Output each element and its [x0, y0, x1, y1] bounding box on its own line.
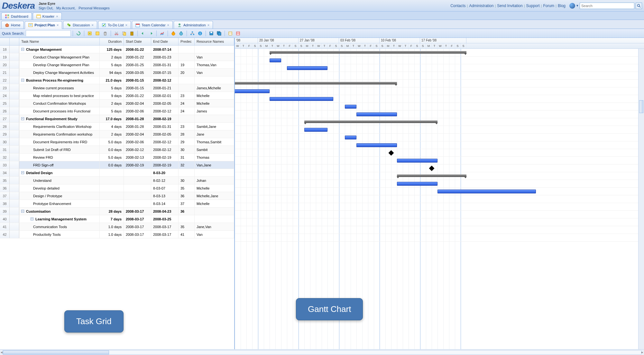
collapse-icon[interactable]: −: [21, 48, 24, 51]
home-icon: [5, 23, 9, 27]
grid-body: 18−Change Management125 days2008-01-2220…: [0, 46, 234, 349]
svg-rect-50: [229, 32, 232, 35]
horizontal-scrollbar[interactable]: ◂ ▸: [0, 349, 644, 355]
table-row[interactable]: 30Document Requirements into FRD5.0 days…: [0, 138, 234, 146]
hierarchy-button[interactable]: [189, 30, 196, 37]
table-row[interactable]: 18−Change Management125 days2008-01-2220…: [0, 46, 234, 53]
outdent-button[interactable]: [140, 30, 147, 37]
subtab-admin[interactable]: Administration ×: [174, 21, 213, 29]
administration-link[interactable]: Administration: [469, 4, 493, 8]
table-row[interactable]: 34−Detailed Design8-03-20: [0, 169, 234, 177]
table-row[interactable]: 19Conduct Change Management Plan2 days20…: [0, 53, 234, 61]
svg-rect-9: [29, 23, 32, 27]
col-duration[interactable]: Duration: [100, 38, 124, 45]
subtab-todo[interactable]: To-Do List ×: [98, 21, 131, 29]
myaccount-link[interactable]: My Account: [56, 6, 75, 10]
subtab-project-plan[interactable]: Project Plan ×: [25, 21, 62, 29]
callout-task-grid: Task Grid: [64, 310, 124, 333]
saveall-button[interactable]: [216, 30, 223, 37]
table-row[interactable]: 39−Customisation28 days2008-03-172008-04…: [0, 208, 234, 215]
table-row[interactable]: 29Requirements Confirmation workshop2 da…: [0, 130, 234, 138]
edit-button[interactable]: [94, 30, 101, 37]
tab-label: Dashboard: [11, 14, 28, 18]
collapse-icon[interactable]: −: [21, 210, 24, 213]
chart-button[interactable]: [159, 30, 166, 37]
table-row[interactable]: 31Submit 1st Draft of FRD0.0 days2008-02…: [0, 146, 234, 154]
subtab-calendar[interactable]: Team Calendar ×: [132, 21, 173, 29]
close-icon[interactable]: ×: [56, 14, 58, 18]
timer-stop-button[interactable]: [178, 30, 185, 37]
collapse-icon[interactable]: −: [21, 171, 24, 174]
subtab-label: Administration: [183, 23, 206, 27]
messages-link[interactable]: Personal Messages: [78, 6, 110, 10]
table-row[interactable]: 22−Business Process Re-engineering21.0 d…: [0, 76, 234, 84]
close-icon[interactable]: ×: [125, 23, 127, 27]
table-row[interactable]: 24Map related processes to best practice…: [0, 92, 234, 100]
col-indicator[interactable]: [10, 38, 19, 45]
table-row[interactable]: 38Prototype Enhancement8-03-1437Michelle: [0, 200, 234, 208]
globe-icon[interactable]: [569, 3, 575, 9]
tab-label: Krawler: [42, 14, 54, 18]
subtab-home[interactable]: Home: [1, 21, 24, 29]
table-row[interactable]: 41Communication Tools1.0 days2008-03-172…: [0, 223, 234, 231]
close-icon[interactable]: ×: [92, 23, 94, 27]
save-button[interactable]: [208, 30, 215, 37]
blog-link[interactable]: Blog: [558, 4, 566, 8]
indent-button[interactable]: [147, 30, 154, 37]
col-enddate[interactable]: End Date: [151, 38, 179, 45]
cut-button[interactable]: [113, 30, 120, 37]
collapse-icon[interactable]: −: [21, 117, 24, 120]
col-predecessor[interactable]: Predec: [179, 38, 195, 45]
table-row[interactable]: 40−Learning Management System7 days2008-…: [0, 215, 234, 223]
paste-button[interactable]: [128, 30, 135, 37]
col-taskname[interactable]: Task Name: [19, 38, 100, 45]
close-icon[interactable]: ×: [57, 23, 59, 27]
add-button[interactable]: +: [86, 30, 93, 37]
table-row[interactable]: 26Document processes into Functional5 da…: [0, 107, 234, 115]
top-nav: Contacts| Administration| Send Invitatio…: [450, 3, 642, 9]
close-icon[interactable]: ×: [167, 23, 169, 27]
collapse-icon[interactable]: −: [21, 79, 24, 82]
contacts-link[interactable]: Contacts: [450, 4, 465, 8]
forum-link[interactable]: Forum: [543, 4, 554, 8]
search-button[interactable]: [636, 3, 642, 9]
support-link[interactable]: Support: [526, 4, 540, 8]
collapse-icon[interactable]: −: [31, 217, 33, 220]
tab-dashboard[interactable]: Dashboard: [1, 13, 32, 20]
vertical-scrollbar[interactable]: [638, 49, 644, 349]
view1-button[interactable]: [227, 30, 234, 37]
table-row[interactable]: 32Review FRD5.0 days2008-02-132008-02-19…: [0, 154, 234, 161]
svg-marker-32: [151, 32, 152, 35]
table-row[interactable]: 27−Functional Requirement Study17.0 days…: [0, 115, 234, 123]
global-search-input[interactable]: [580, 3, 634, 9]
copy-button[interactable]: [121, 30, 128, 37]
subtab-discussion[interactable]: Discussion ×: [63, 21, 97, 29]
table-row[interactable]: 37Design / Prototype8-03-1336Michelle,Ja…: [0, 192, 234, 200]
refresh-button[interactable]: [75, 30, 82, 37]
table-row[interactable]: 33FRD Sign-off0.0 days2008-02-192008-02-…: [0, 161, 234, 169]
svg-rect-28: [124, 32, 126, 35]
quick-search-input[interactable]: [26, 30, 71, 37]
send-invitation-link[interactable]: Send Invitation: [497, 4, 522, 8]
col-startdate[interactable]: Start Date: [124, 38, 151, 45]
info-button[interactable]: i: [197, 30, 204, 37]
close-icon[interactable]: ×: [207, 23, 209, 27]
svg-rect-16: [136, 24, 140, 25]
signout-link[interactable]: Sign Out: [39, 6, 52, 10]
table-row[interactable]: 23Review current processes5 days2008-01-…: [0, 84, 234, 92]
timer-start-button[interactable]: [170, 30, 177, 37]
table-row[interactable]: 25Conduct Confirmation Workshops2 days20…: [0, 100, 234, 107]
svg-line-26: [115, 32, 117, 34]
table-row[interactable]: 20Develop Change Management Plan5 days20…: [0, 61, 234, 69]
view2-button[interactable]: [235, 30, 242, 37]
table-row[interactable]: 28Requirements Clarification Workshop4 d…: [0, 123, 234, 130]
table-row[interactable]: 35Understand8-02-1230Johan: [0, 177, 234, 184]
delete-button[interactable]: [102, 30, 109, 37]
table-row[interactable]: 36Develop detailed8-03-0735Michelle: [0, 184, 234, 192]
table-row[interactable]: 42Productivity Tools1.0 days2008-03-1720…: [0, 231, 234, 238]
table-row[interactable]: 21Deploy Change Management Activities94 …: [0, 69, 234, 76]
col-resources[interactable]: Resource Names: [195, 38, 234, 45]
col-rownum[interactable]: [0, 38, 10, 45]
tab-krawler[interactable]: Krawler ×: [33, 13, 62, 20]
dropdown-icon[interactable]: ▾: [576, 4, 578, 8]
